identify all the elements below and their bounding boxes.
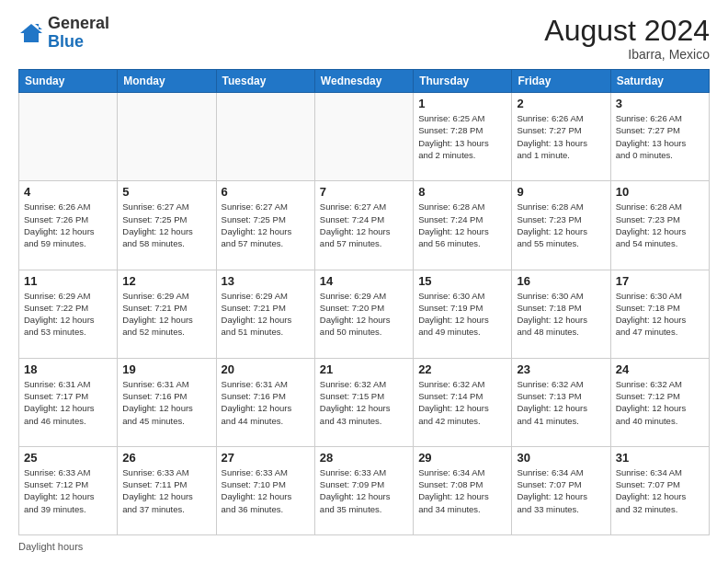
day-number: 27: [222, 451, 310, 465]
logo: General Blue: [18, 15, 109, 52]
table-row: 14Sunrise: 6:29 AM Sunset: 7:20 PM Dayli…: [314, 270, 413, 358]
table-row: 8Sunrise: 6:28 AM Sunset: 7:24 PM Daylig…: [414, 181, 512, 270]
day-number: 2: [517, 97, 605, 110]
day-info: Sunrise: 6:26 AM Sunset: 7:27 PM Dayligh…: [616, 112, 704, 161]
day-number: 10: [616, 185, 704, 199]
day-number: 5: [122, 185, 210, 199]
table-row: 3Sunrise: 6:26 AM Sunset: 7:27 PM Daylig…: [610, 93, 709, 181]
day-info: Sunrise: 6:29 AM Sunset: 7:22 PM Dayligh…: [24, 290, 112, 339]
table-row: 5Sunrise: 6:27 AM Sunset: 7:25 PM Daylig…: [118, 181, 216, 270]
table-row: 16Sunrise: 6:30 AM Sunset: 7:18 PM Dayli…: [512, 270, 610, 358]
header: General Blue August 2024 Ibarra, Mexico: [18, 15, 710, 62]
logo-general-text: General: [48, 14, 109, 32]
table-row: [19, 93, 118, 181]
day-number: 28: [320, 451, 408, 465]
table-row: 9Sunrise: 6:28 AM Sunset: 7:23 PM Daylig…: [512, 181, 610, 270]
table-row: 6Sunrise: 6:27 AM Sunset: 7:25 PM Daylig…: [216, 181, 314, 270]
day-number: 8: [418, 185, 506, 199]
svg-marker-0: [20, 24, 42, 42]
calendar-week-row: 11Sunrise: 6:29 AM Sunset: 7:22 PM Dayli…: [19, 270, 710, 358]
day-number: 22: [418, 362, 506, 376]
title-block: August 2024 Ibarra, Mexico: [544, 15, 710, 62]
table-row: 25Sunrise: 6:33 AM Sunset: 7:12 PM Dayli…: [19, 446, 118, 534]
day-info: Sunrise: 6:26 AM Sunset: 7:27 PM Dayligh…: [517, 112, 605, 161]
table-row: 2Sunrise: 6:26 AM Sunset: 7:27 PM Daylig…: [512, 93, 610, 181]
month-year: August 2024: [544, 15, 710, 47]
table-row: 12Sunrise: 6:29 AM Sunset: 7:21 PM Dayli…: [118, 270, 216, 358]
day-info: Sunrise: 6:29 AM Sunset: 7:21 PM Dayligh…: [122, 290, 210, 339]
logo-icon: [18, 20, 44, 46]
day-info: Sunrise: 6:32 AM Sunset: 7:12 PM Dayligh…: [616, 378, 704, 427]
day-number: 4: [24, 185, 112, 199]
col-thursday: Thursday: [414, 70, 512, 93]
col-monday: Monday: [118, 70, 216, 93]
day-info: Sunrise: 6:31 AM Sunset: 7:17 PM Dayligh…: [24, 378, 112, 427]
col-wednesday: Wednesday: [314, 70, 413, 93]
table-row: 26Sunrise: 6:33 AM Sunset: 7:11 PM Dayli…: [118, 446, 216, 534]
table-row: 7Sunrise: 6:27 AM Sunset: 7:24 PM Daylig…: [314, 181, 413, 270]
day-info: Sunrise: 6:26 AM Sunset: 7:26 PM Dayligh…: [24, 201, 112, 249]
day-number: 16: [517, 274, 605, 288]
table-row: 20Sunrise: 6:31 AM Sunset: 7:16 PM Dayli…: [216, 358, 314, 446]
table-row: 17Sunrise: 6:30 AM Sunset: 7:18 PM Dayli…: [610, 270, 709, 358]
day-info: Sunrise: 6:30 AM Sunset: 7:18 PM Dayligh…: [517, 290, 605, 339]
table-row: 19Sunrise: 6:31 AM Sunset: 7:16 PM Dayli…: [118, 358, 216, 446]
day-number: 13: [222, 274, 310, 288]
day-number: 25: [24, 451, 112, 465]
table-row: 1Sunrise: 6:25 AM Sunset: 7:28 PM Daylig…: [414, 93, 512, 181]
day-info: Sunrise: 6:31 AM Sunset: 7:16 PM Dayligh…: [222, 378, 310, 427]
location: Ibarra, Mexico: [544, 47, 710, 62]
table-row: 29Sunrise: 6:34 AM Sunset: 7:08 PM Dayli…: [414, 446, 512, 534]
table-row: 24Sunrise: 6:32 AM Sunset: 7:12 PM Dayli…: [610, 358, 709, 446]
table-row: 31Sunrise: 6:34 AM Sunset: 7:07 PM Dayli…: [610, 446, 709, 534]
day-number: 21: [320, 362, 408, 376]
day-number: 17: [616, 274, 704, 288]
calendar-week-row: 1Sunrise: 6:25 AM Sunset: 7:28 PM Daylig…: [19, 93, 710, 181]
day-number: 1: [418, 97, 506, 110]
col-friday: Friday: [512, 70, 610, 93]
col-tuesday: Tuesday: [216, 70, 314, 93]
day-number: 14: [320, 274, 408, 288]
day-info: Sunrise: 6:25 AM Sunset: 7:28 PM Dayligh…: [418, 112, 506, 161]
day-info: Sunrise: 6:33 AM Sunset: 7:11 PM Dayligh…: [122, 466, 210, 515]
day-info: Sunrise: 6:33 AM Sunset: 7:12 PM Dayligh…: [24, 466, 112, 515]
table-row: 22Sunrise: 6:32 AM Sunset: 7:14 PM Dayli…: [414, 358, 512, 446]
day-number: 3: [616, 97, 704, 110]
day-info: Sunrise: 6:32 AM Sunset: 7:15 PM Dayligh…: [320, 378, 408, 427]
page: General Blue August 2024 Ibarra, Mexico …: [0, 0, 728, 563]
day-number: 9: [517, 185, 605, 199]
day-number: 7: [320, 185, 408, 199]
day-number: 29: [418, 451, 506, 465]
day-info: Sunrise: 6:28 AM Sunset: 7:23 PM Dayligh…: [517, 201, 605, 249]
calendar-week-row: 18Sunrise: 6:31 AM Sunset: 7:17 PM Dayli…: [19, 358, 710, 446]
table-row: [314, 93, 413, 181]
day-number: 18: [24, 362, 112, 376]
day-info: Sunrise: 6:34 AM Sunset: 7:08 PM Dayligh…: [418, 466, 506, 515]
day-number: 20: [222, 362, 310, 376]
table-row: 18Sunrise: 6:31 AM Sunset: 7:17 PM Dayli…: [19, 358, 118, 446]
day-info: Sunrise: 6:33 AM Sunset: 7:10 PM Dayligh…: [222, 466, 310, 515]
day-info: Sunrise: 6:29 AM Sunset: 7:20 PM Dayligh…: [320, 290, 408, 339]
table-row: 11Sunrise: 6:29 AM Sunset: 7:22 PM Dayli…: [19, 270, 118, 358]
day-number: 24: [616, 362, 704, 376]
col-saturday: Saturday: [610, 70, 709, 93]
day-info: Sunrise: 6:31 AM Sunset: 7:16 PM Dayligh…: [122, 378, 210, 427]
table-row: 10Sunrise: 6:28 AM Sunset: 7:23 PM Dayli…: [610, 181, 709, 270]
day-number: 31: [616, 451, 704, 465]
calendar-week-row: 25Sunrise: 6:33 AM Sunset: 7:12 PM Dayli…: [19, 446, 710, 534]
table-row: 21Sunrise: 6:32 AM Sunset: 7:15 PM Dayli…: [314, 358, 413, 446]
day-info: Sunrise: 6:33 AM Sunset: 7:09 PM Dayligh…: [320, 466, 408, 515]
day-info: Sunrise: 6:30 AM Sunset: 7:19 PM Dayligh…: [418, 290, 506, 339]
day-info: Sunrise: 6:34 AM Sunset: 7:07 PM Dayligh…: [517, 466, 605, 515]
logo-blue-text: Blue: [48, 32, 84, 51]
table-row: 13Sunrise: 6:29 AM Sunset: 7:21 PM Dayli…: [216, 270, 314, 358]
day-number: 6: [222, 185, 310, 199]
day-info: Sunrise: 6:32 AM Sunset: 7:14 PM Dayligh…: [418, 378, 506, 427]
table-row: [216, 93, 314, 181]
col-sunday: Sunday: [19, 70, 118, 93]
day-info: Sunrise: 6:34 AM Sunset: 7:07 PM Dayligh…: [616, 466, 704, 515]
day-info: Sunrise: 6:27 AM Sunset: 7:25 PM Dayligh…: [222, 201, 310, 249]
day-number: 30: [517, 451, 605, 465]
calendar-week-row: 4Sunrise: 6:26 AM Sunset: 7:26 PM Daylig…: [19, 181, 710, 270]
day-number: 15: [418, 274, 506, 288]
